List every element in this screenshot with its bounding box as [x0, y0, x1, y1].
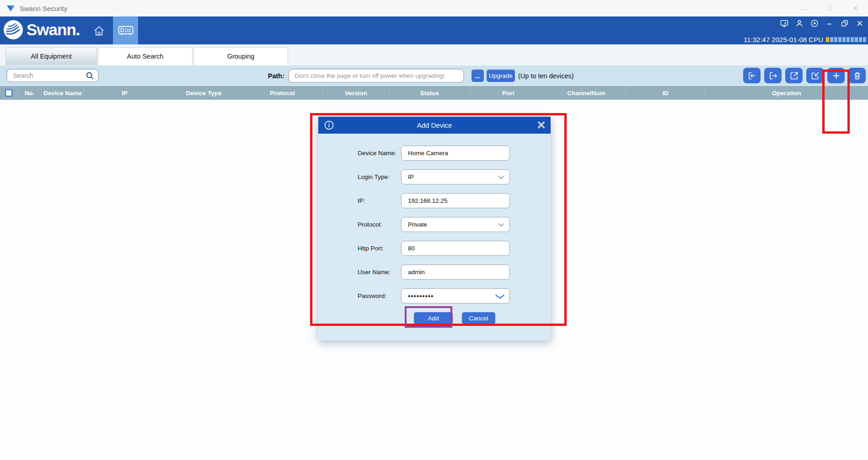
col-ip[interactable]: IP [84, 86, 166, 100]
http-port-input[interactable]: 80 [401, 241, 510, 256]
upgrade-button[interactable]: Upgrade [487, 70, 515, 82]
dialog-body: Device Name: Home Camera Login Type: IP … [318, 134, 551, 324]
arrow-into-box-icon [810, 71, 820, 81]
cpu-meter [826, 37, 866, 42]
tab-auto-search[interactable]: Auto Search [98, 47, 193, 65]
tab-label: All Equipment [31, 53, 71, 60]
chevron-down-icon [498, 223, 504, 227]
field-label: Protocol: [358, 221, 401, 228]
field-value: 80 [408, 245, 415, 252]
upgrade-path-input[interactable] [294, 72, 459, 80]
window-controls: — ☐ ✕ [791, 0, 868, 16]
field-row-user-name: User Name: admin [318, 265, 551, 280]
edit-device-button[interactable] [806, 68, 824, 83]
field-label: Login Type: [358, 173, 401, 180]
window-titlebar: Swann Security — ☐ ✕ [0, 0, 868, 17]
minimize-button[interactable]: — [791, 0, 817, 16]
col-port[interactable]: Port [470, 86, 547, 100]
add-device-button[interactable] [827, 68, 845, 83]
dialog-buttons: Add Cancel [318, 312, 551, 324]
app-close-button[interactable] [855, 19, 864, 28]
user-name-input[interactable]: admin [401, 265, 510, 280]
dialog-close-icon[interactable]: ✕ [536, 118, 546, 133]
playback-button[interactable] [810, 19, 819, 28]
search-input[interactable] [12, 71, 86, 80]
path-box [288, 69, 464, 83]
info-icon [324, 120, 334, 130]
dialog-title: Add Device [318, 121, 551, 129]
field-value: Home Camera [408, 150, 448, 157]
field-label: IP: [358, 197, 401, 204]
upgrade-limit-note: (Up to ten devices) [518, 65, 574, 86]
col-device-name[interactable]: Device Name [42, 86, 84, 100]
search-icon[interactable] [86, 71, 94, 80]
import-icon [747, 71, 757, 81]
tab-label: Auto Search [127, 53, 164, 60]
field-value: IP [408, 173, 414, 180]
ip-input[interactable]: 192.168.12.25 [401, 193, 510, 208]
field-value: admin [408, 269, 425, 276]
export-icon [768, 71, 778, 81]
col-operation[interactable]: Operation [705, 86, 868, 100]
swann-triangle-icon [6, 5, 15, 12]
trash-icon [852, 71, 862, 81]
home-nav-button[interactable] [91, 23, 107, 38]
arrow-up-right-box-icon [789, 71, 799, 81]
device-name-input[interactable]: Home Camera [401, 146, 510, 161]
swann-logo: Swann. [3, 19, 80, 40]
dialog-titlebar: Add Device ✕ [318, 117, 551, 134]
col-protocol[interactable]: Protocol [242, 86, 323, 100]
display-mode-button[interactable] [780, 19, 789, 28]
col-id[interactable]: ID [626, 86, 705, 100]
password-input[interactable]: ••••••••• [401, 288, 510, 303]
window-title: Swann Security [20, 5, 67, 12]
device-action-buttons [743, 68, 866, 83]
col-channelnum[interactable]: ChannelNum [547, 86, 626, 100]
col-status[interactable]: Status [390, 86, 470, 100]
device-manager-nav-button-active[interactable] [113, 16, 138, 44]
clock-text: 11:32:47 2025-01-08 CPU [744, 36, 823, 43]
export-devices-button[interactable] [764, 68, 782, 83]
device-recorder-icon [118, 25, 134, 37]
field-label: Http Port: [358, 245, 401, 252]
field-label: Device Name: [358, 150, 401, 157]
login-type-select[interactable]: IP [401, 169, 510, 184]
field-row-http-port: Http Port: 80 [318, 241, 551, 256]
app-header: Swann. [0, 16, 868, 44]
field-label: User Name: [358, 269, 401, 276]
user-account-button[interactable] [795, 19, 804, 28]
tab-grouping[interactable]: Grouping [193, 47, 288, 65]
add-device-dialog: Add Device ✕ Device Name: Home Camera Lo… [318, 117, 551, 341]
col-device-type[interactable]: Device Type [166, 86, 242, 100]
field-value: Private [408, 221, 427, 228]
search-box [6, 69, 99, 82]
field-value: ••••••••• [408, 292, 434, 300]
maximize-button[interactable]: ☐ [817, 0, 842, 16]
tab-all-equipment[interactable]: All Equipment [5, 47, 97, 65]
select-all-cell [0, 86, 18, 100]
show-password-icon[interactable] [495, 293, 505, 300]
path-label: Path: [257, 65, 284, 86]
delete-device-button[interactable] [848, 68, 866, 83]
open-external-button[interactable] [785, 68, 803, 83]
col-version[interactable]: Version [323, 86, 390, 100]
device-toolbar: Path: ... Upgrade (Up to ten devices) [0, 65, 868, 86]
protocol-select[interactable]: Private [401, 217, 510, 232]
select-all-checkbox[interactable] [5, 89, 12, 97]
col-no[interactable]: No. [18, 86, 42, 100]
swann-logo-icon [3, 19, 24, 40]
brand-text: Swann. [27, 21, 80, 39]
field-label: Password: [358, 292, 401, 299]
dialog-add-button[interactable]: Add [414, 312, 453, 324]
import-devices-button[interactable] [743, 68, 761, 83]
close-button[interactable]: ✕ [842, 0, 868, 16]
swann-security-app: Swann Security — ☐ ✕ Swann. [0, 0, 868, 460]
chevron-down-icon [498, 175, 504, 179]
app-restore-button[interactable] [840, 19, 849, 28]
dialog-cancel-button[interactable]: Cancel [462, 312, 495, 324]
home-icon [93, 25, 105, 37]
field-row-login-type: Login Type: IP [318, 169, 551, 184]
browse-path-button[interactable]: ... [472, 70, 484, 82]
app-minimize-button[interactable] [825, 19, 834, 28]
field-row-ip: IP: 192.168.12.25 [318, 193, 551, 208]
